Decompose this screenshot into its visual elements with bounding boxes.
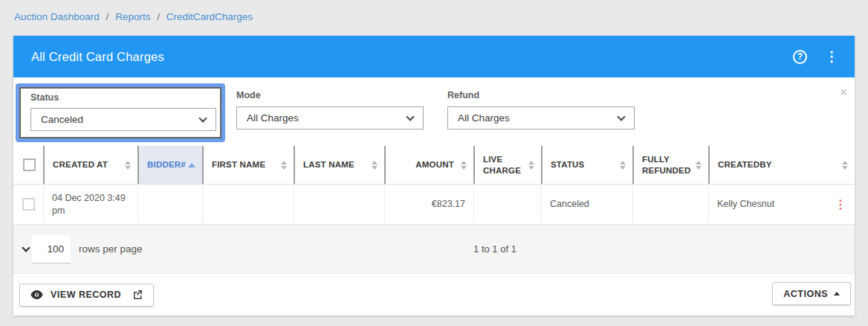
refund-select-value: All Charges [458, 112, 510, 124]
breadcrumb-link-creditcardcharges[interactable]: CreditCardCharges [166, 11, 253, 22]
cell-fully-refunded [632, 185, 708, 224]
column-label: LAST NAME [303, 159, 354, 170]
actions-label: ACTIONS [783, 289, 828, 299]
sort-icon [842, 161, 848, 170]
breadcrumb-link-reports[interactable]: Reports [115, 11, 150, 22]
column-header-amount[interactable]: AMOUNT [384, 146, 473, 184]
page-title: All Credit Card Charges [31, 50, 164, 64]
chevron-down-icon [617, 112, 625, 121]
status-filter-label: Status [30, 92, 220, 103]
cell-amount: €823.17 [384, 185, 473, 224]
column-label: FULLY REFUNDED [642, 154, 696, 176]
refund-filter-label: Refund [447, 90, 635, 100]
panel-header: All Credit Card Charges ? ⋮ [13, 36, 855, 77]
sort-ascending-icon [188, 163, 195, 167]
pagination-range: 1 to 1 of 1 [74, 243, 868, 255]
sort-icon [696, 161, 702, 170]
column-label: FIRST NAME [212, 159, 265, 170]
rows-per-page-value: 100 [32, 235, 71, 263]
column-label: CREATED AT [53, 159, 108, 170]
rows-per-page-select[interactable]: 100 rows per page [23, 235, 143, 263]
status-filter-group: Status Canceled [19, 87, 221, 138]
chevron-down-icon [22, 243, 30, 252]
column-header-fully-refunded[interactable]: FULLY REFUNDED [632, 146, 708, 184]
row-checkbox[interactable] [22, 198, 35, 211]
column-header-createdby[interactable]: CREATEDBY [708, 146, 855, 184]
sort-icon [620, 161, 626, 170]
cell-bidder [137, 185, 202, 224]
sort-icon [528, 161, 534, 170]
eye-icon [30, 290, 43, 299]
credit-card-charges-panel: All Credit Card Charges ? ⋮ ✕ Status Can… [13, 36, 855, 316]
column-header-created-at[interactable]: CREATED AT [43, 146, 137, 184]
column-label: AMOUNT [415, 159, 454, 170]
cell-createdby: Kelly Chesnut ⋮ [708, 185, 855, 224]
cell-first-name [202, 185, 294, 224]
refund-filter-group: Refund All Charges [447, 90, 635, 130]
status-select-value: Canceled [41, 114, 83, 125]
breadcrumb-separator: / [106, 11, 109, 22]
header-icons: ? ⋮ [793, 50, 838, 64]
breadcrumb: Auction Dashboard / Reports / CreditCard… [14, 11, 253, 22]
mode-filter-label: Mode [236, 90, 424, 100]
chevron-down-icon [406, 112, 414, 121]
column-label: LIVE CHARGE [483, 154, 528, 176]
column-header-status[interactable]: STATUS [541, 146, 632, 184]
select-all-checkbox-cell [13, 146, 43, 184]
view-record-label: VIEW RECORD [51, 290, 121, 300]
mode-filter-group: Mode All Charges [236, 90, 424, 130]
cell-last-name [294, 185, 384, 224]
cell-status: Canceled [541, 185, 632, 224]
footer-action-bar: VIEW RECORD ACTIONS [13, 274, 855, 316]
view-record-button[interactable]: VIEW RECORD [19, 284, 154, 307]
cell-live-charge [473, 185, 541, 224]
actions-button[interactable]: ACTIONS [772, 282, 851, 305]
triangle-up-icon [834, 292, 840, 295]
help-icon[interactable]: ? [793, 50, 807, 64]
column-label: BIDDER# [147, 159, 186, 170]
filter-panel: ✕ Status Canceled Mode All Charges Refun… [13, 77, 855, 146]
table-header-row: CREATED AT BIDDER# FIRST NAME LAST NAME … [13, 146, 855, 185]
table-row[interactable]: 04 Dec 2020 3:49 pm €823.17 Canceled Kel… [13, 185, 855, 225]
breadcrumb-link-auction-dashboard[interactable]: Auction Dashboard [14, 11, 100, 22]
status-filter-highlight: Status Canceled [16, 83, 225, 142]
sort-icon [372, 161, 378, 170]
rows-per-page-label: rows per page [79, 243, 143, 255]
sort-icon [281, 161, 287, 170]
column-label: CREATEDBY [718, 159, 772, 170]
column-header-bidder[interactable]: BIDDER# [137, 146, 202, 184]
row-menu-icon[interactable]: ⋮ [835, 196, 846, 213]
column-header-first-name[interactable]: FIRST NAME [202, 146, 294, 184]
sort-icon [125, 161, 131, 170]
cell-created-at: 04 Dec 2020 3:49 pm [43, 185, 137, 224]
createdby-value: Kelly Chesnut [717, 198, 774, 211]
pagination-bar: 100 rows per page 1 to 1 of 1 [13, 225, 855, 274]
status-select[interactable]: Canceled [30, 108, 216, 131]
column-header-last-name[interactable]: LAST NAME [294, 146, 384, 184]
mode-select[interactable]: All Charges [236, 106, 424, 130]
breadcrumb-separator: / [157, 11, 160, 22]
column-header-live-charge[interactable]: LIVE CHARGE [473, 146, 541, 184]
close-icon[interactable]: ✕ [839, 86, 848, 98]
chevron-down-icon [198, 114, 207, 122]
sort-icon [461, 161, 467, 170]
refund-select[interactable]: All Charges [447, 106, 635, 130]
column-label: STATUS [551, 159, 585, 170]
kebab-menu-icon[interactable]: ⋮ [825, 50, 838, 63]
row-checkbox-cell [13, 185, 43, 224]
mode-select-value: All Charges [247, 112, 299, 124]
open-in-new-icon [133, 290, 143, 300]
select-all-checkbox[interactable] [23, 159, 36, 171]
